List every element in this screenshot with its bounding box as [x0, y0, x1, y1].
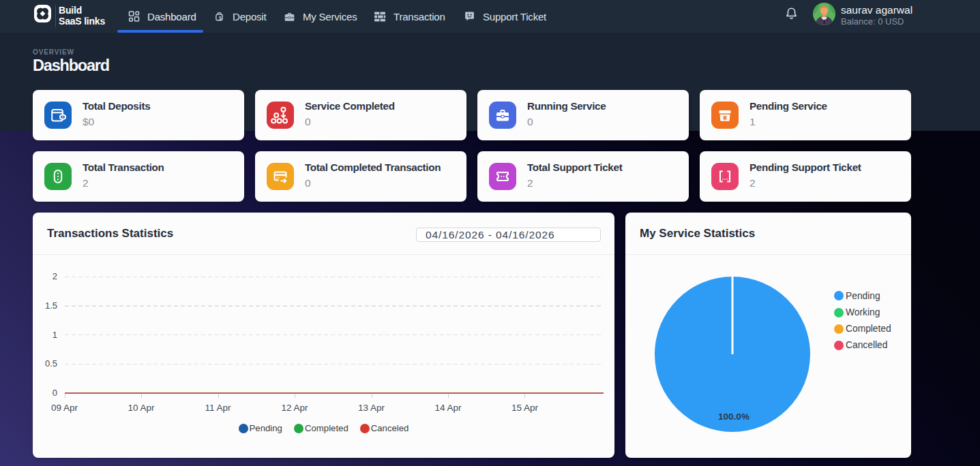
svg-text:$: $ [219, 15, 222, 21]
